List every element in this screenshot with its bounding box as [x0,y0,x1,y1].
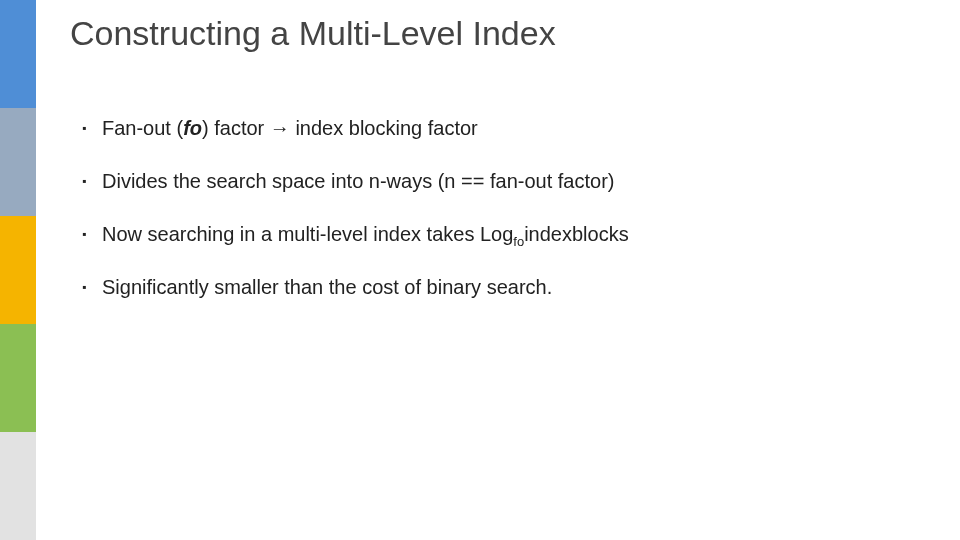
left-color-strip [0,0,36,540]
bullet-text: Divides the search space into n-ways (n … [102,169,614,194]
strip-seg-greyblue [0,108,36,216]
strip-seg-olive [0,324,36,432]
bullet-item: ▪ Fan-out (fo) factor → index blocking f… [82,116,920,141]
bullet-item: ▪ Now searching in a multi-level index t… [82,222,920,247]
text-frag: Fan-out ( [102,117,183,139]
bullet-item: ▪ Significantly smaller than the cost of… [82,275,920,300]
bullet-marker-icon: ▪ [82,122,92,134]
strip-seg-blue [0,0,36,108]
bullet-text: Now searching in a multi-level index tak… [102,222,629,247]
strip-seg-gold [0,216,36,324]
bullet-text: Significantly smaller than the cost of b… [102,275,552,300]
strip-seg-ltgrey [0,432,36,540]
text-frag: ) factor [202,117,270,139]
text-frag: Now searching in a multi-level index tak… [102,223,513,245]
text-frag: indexblocks [524,223,629,245]
slide-body: ▪ Fan-out (fo) factor → index blocking f… [82,116,920,328]
bullet-marker-icon: ▪ [82,228,92,240]
bullet-item: ▪ Divides the search space into n-ways (… [82,169,920,194]
text-frag-sub: fo [513,234,524,249]
text-frag: index blocking factor [290,117,478,139]
bullet-marker-icon: ▪ [82,175,92,187]
arrow-icon: → [270,117,290,139]
text-frag-fo: fo [183,117,202,139]
bullet-marker-icon: ▪ [82,281,92,293]
slide-title: Constructing a Multi-Level Index [70,14,556,53]
bullet-text: Fan-out (fo) factor → index blocking fac… [102,116,478,141]
